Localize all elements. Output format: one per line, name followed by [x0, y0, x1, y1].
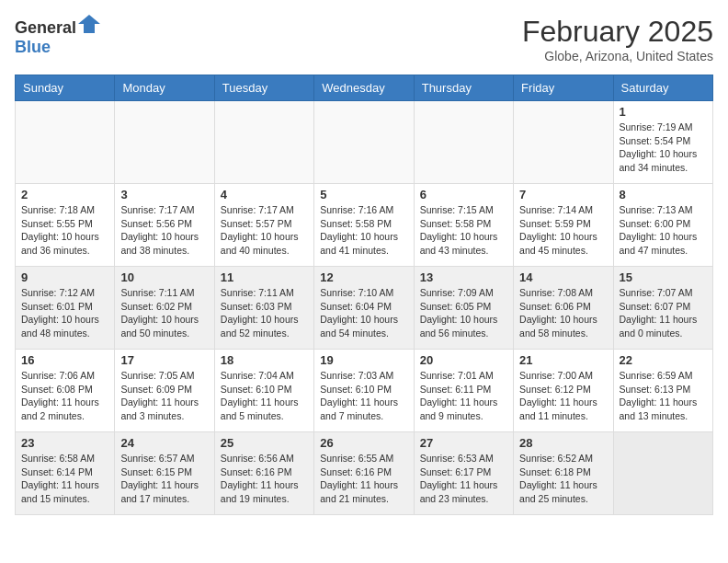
day-of-week-header: Friday [514, 75, 613, 101]
calendar-header-row: SundayMondayTuesdayWednesdayThursdayFrid… [16, 75, 713, 101]
day-number: 20 [420, 353, 507, 367]
day-info: Sunrise: 7:17 AM Sunset: 5:57 PM Dayligh… [221, 203, 308, 258]
calendar-day-cell [16, 101, 115, 184]
location-subtitle: Globe, Arizona, United States [522, 49, 713, 63]
calendar-day-cell: 27Sunrise: 6:53 AM Sunset: 6:17 PM Dayli… [414, 432, 513, 515]
day-info: Sunrise: 7:05 AM Sunset: 6:09 PM Dayligh… [120, 369, 208, 423]
day-number: 2 [21, 188, 108, 201]
calendar-day-cell: 10Sunrise: 7:11 AM Sunset: 6:02 PM Dayli… [115, 267, 214, 350]
calendar-day-cell: 19Sunrise: 7:03 AM Sunset: 6:10 PM Dayli… [314, 350, 414, 432]
day-info: Sunrise: 6:57 AM Sunset: 6:15 PM Dayligh… [120, 452, 208, 506]
day-info: Sunrise: 7:15 AM Sunset: 5:58 PM Dayligh… [420, 203, 507, 258]
day-number: 21 [519, 353, 607, 367]
calendar-table: SundayMondayTuesdayWednesdayThursdayFrid… [15, 75, 713, 515]
calendar-day-cell [115, 101, 214, 184]
day-info: Sunrise: 6:58 AM Sunset: 6:14 PM Dayligh… [21, 452, 108, 506]
calendar-day-cell: 26Sunrise: 6:55 AM Sunset: 6:16 PM Dayli… [314, 432, 414, 515]
calendar-day-cell: 24Sunrise: 6:57 AM Sunset: 6:15 PM Dayli… [115, 432, 214, 515]
day-number: 1 [620, 105, 707, 119]
calendar-day-cell: 16Sunrise: 7:06 AM Sunset: 6:08 PM Dayli… [16, 350, 115, 432]
day-number: 14 [519, 270, 607, 284]
day-info: Sunrise: 7:11 AM Sunset: 6:02 PM Dayligh… [120, 286, 208, 340]
day-number: 27 [420, 436, 507, 450]
logo: General Blue [15, 15, 100, 57]
day-info: Sunrise: 7:17 AM Sunset: 5:56 PM Dayligh… [120, 203, 208, 258]
day-info: Sunrise: 7:08 AM Sunset: 6:06 PM Dayligh… [519, 286, 607, 340]
title-block: February 2025 Globe, Arizona, United Sta… [522, 15, 713, 63]
calendar-week-row: 9Sunrise: 7:12 AM Sunset: 6:01 PM Daylig… [16, 267, 713, 350]
calendar-day-cell: 22Sunrise: 6:59 AM Sunset: 6:13 PM Dayli… [613, 350, 712, 432]
calendar-day-cell: 12Sunrise: 7:10 AM Sunset: 6:04 PM Dayli… [314, 267, 414, 350]
calendar-day-cell: 5Sunrise: 7:16 AM Sunset: 5:58 PM Daylig… [314, 184, 414, 267]
day-info: Sunrise: 7:07 AM Sunset: 6:07 PM Dayligh… [620, 286, 707, 340]
day-number: 24 [120, 436, 208, 450]
day-number: 25 [221, 436, 308, 450]
calendar-day-cell: 25Sunrise: 6:56 AM Sunset: 6:16 PM Dayli… [214, 432, 313, 515]
day-info: Sunrise: 7:03 AM Sunset: 6:10 PM Dayligh… [320, 369, 407, 423]
calendar-week-row: 23Sunrise: 6:58 AM Sunset: 6:14 PM Dayli… [16, 432, 713, 515]
day-number: 22 [620, 353, 707, 367]
calendar-day-cell: 4Sunrise: 7:17 AM Sunset: 5:57 PM Daylig… [214, 184, 313, 267]
svg-marker-0 [78, 15, 100, 33]
day-info: Sunrise: 7:18 AM Sunset: 5:55 PM Dayligh… [21, 203, 108, 258]
logo-blue-text: Blue [15, 38, 51, 56]
day-info: Sunrise: 7:10 AM Sunset: 6:04 PM Dayligh… [320, 286, 407, 340]
day-number: 19 [320, 353, 407, 367]
calendar-day-cell: 2Sunrise: 7:18 AM Sunset: 5:55 PM Daylig… [16, 184, 115, 267]
calendar-day-cell: 21Sunrise: 7:00 AM Sunset: 6:12 PM Dayli… [514, 350, 613, 432]
calendar-day-cell: 17Sunrise: 7:05 AM Sunset: 6:09 PM Dayli… [115, 350, 214, 432]
day-number: 28 [519, 436, 607, 450]
calendar-day-cell: 11Sunrise: 7:11 AM Sunset: 6:03 PM Dayli… [214, 267, 313, 350]
day-number: 7 [519, 188, 607, 201]
day-info: Sunrise: 6:59 AM Sunset: 6:13 PM Dayligh… [620, 369, 707, 423]
day-info: Sunrise: 7:06 AM Sunset: 6:08 PM Dayligh… [21, 369, 108, 423]
day-of-week-header: Thursday [414, 75, 513, 101]
calendar-day-cell: 1Sunrise: 7:19 AM Sunset: 5:54 PM Daylig… [613, 101, 712, 184]
day-info: Sunrise: 7:12 AM Sunset: 6:01 PM Dayligh… [21, 286, 108, 340]
page-header: General Blue February 2025 Globe, Arizon… [15, 15, 713, 63]
calendar-day-cell: 28Sunrise: 6:52 AM Sunset: 6:18 PM Dayli… [514, 432, 613, 515]
day-of-week-header: Saturday [613, 75, 712, 101]
day-number: 16 [21, 353, 108, 367]
day-of-week-header: Monday [115, 75, 214, 101]
logo-general-text: General [15, 18, 76, 37]
calendar-day-cell: 14Sunrise: 7:08 AM Sunset: 6:06 PM Dayli… [514, 267, 613, 350]
day-info: Sunrise: 6:55 AM Sunset: 6:16 PM Dayligh… [320, 452, 407, 506]
day-number: 17 [120, 353, 208, 367]
day-number: 9 [21, 270, 108, 284]
calendar-day-cell: 23Sunrise: 6:58 AM Sunset: 6:14 PM Dayli… [16, 432, 115, 515]
day-number: 18 [221, 353, 308, 367]
calendar-day-cell: 6Sunrise: 7:15 AM Sunset: 5:58 PM Daylig… [414, 184, 513, 267]
month-year-title: February 2025 [522, 15, 713, 49]
logo-icon [78, 15, 100, 33]
day-info: Sunrise: 7:09 AM Sunset: 6:05 PM Dayligh… [420, 286, 507, 340]
day-number: 26 [320, 436, 407, 450]
day-number: 4 [221, 188, 308, 201]
day-of-week-header: Sunday [16, 75, 115, 101]
day-number: 11 [221, 270, 308, 284]
calendar-day-cell [514, 101, 613, 184]
calendar-day-cell: 3Sunrise: 7:17 AM Sunset: 5:56 PM Daylig… [115, 184, 214, 267]
calendar-day-cell [414, 101, 513, 184]
calendar-week-row: 16Sunrise: 7:06 AM Sunset: 6:08 PM Dayli… [16, 350, 713, 432]
day-of-week-header: Wednesday [314, 75, 414, 101]
day-info: Sunrise: 7:19 AM Sunset: 5:54 PM Dayligh… [620, 121, 707, 175]
day-info: Sunrise: 7:01 AM Sunset: 6:11 PM Dayligh… [420, 369, 507, 423]
day-info: Sunrise: 6:56 AM Sunset: 6:16 PM Dayligh… [221, 452, 308, 506]
calendar-day-cell: 15Sunrise: 7:07 AM Sunset: 6:07 PM Dayli… [613, 267, 712, 350]
calendar-day-cell: 7Sunrise: 7:14 AM Sunset: 5:59 PM Daylig… [514, 184, 613, 267]
day-info: Sunrise: 6:53 AM Sunset: 6:17 PM Dayligh… [420, 452, 507, 506]
day-info: Sunrise: 7:13 AM Sunset: 6:00 PM Dayligh… [620, 203, 707, 258]
calendar-week-row: 2Sunrise: 7:18 AM Sunset: 5:55 PM Daylig… [16, 184, 713, 267]
calendar-day-cell: 13Sunrise: 7:09 AM Sunset: 6:05 PM Dayli… [414, 267, 513, 350]
day-info: Sunrise: 6:52 AM Sunset: 6:18 PM Dayligh… [519, 452, 607, 506]
day-info: Sunrise: 7:00 AM Sunset: 6:12 PM Dayligh… [519, 369, 607, 423]
calendar-day-cell [613, 432, 712, 515]
day-number: 10 [120, 270, 208, 284]
calendar-day-cell: 20Sunrise: 7:01 AM Sunset: 6:11 PM Dayli… [414, 350, 513, 432]
day-info: Sunrise: 7:16 AM Sunset: 5:58 PM Dayligh… [320, 203, 407, 258]
calendar-day-cell: 8Sunrise: 7:13 AM Sunset: 6:00 PM Daylig… [613, 184, 712, 267]
calendar-day-cell [214, 101, 313, 184]
day-of-week-header: Tuesday [214, 75, 313, 101]
day-number: 6 [420, 188, 507, 201]
